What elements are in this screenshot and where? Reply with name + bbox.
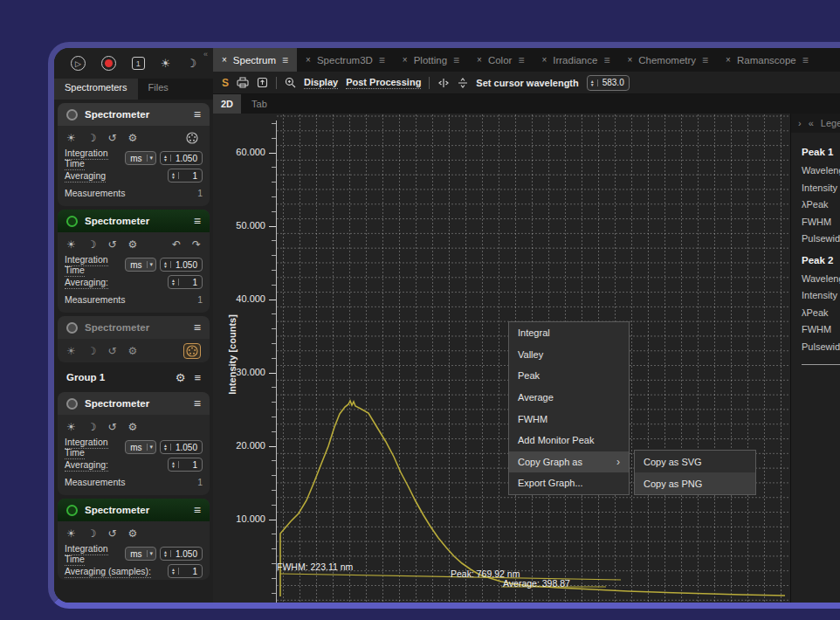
menu-item-peak[interactable]: Peak — [509, 365, 629, 387]
dark-icon[interactable]: ☽ — [87, 527, 97, 540]
chart-area[interactable]: 60.000 50.000 40.000 30.000 20.000 10.00… — [213, 114, 790, 603]
play-icon[interactable]: ▷ — [71, 56, 86, 71]
group-settings-icon[interactable]: ⚙ — [176, 371, 186, 384]
tab-2d[interactable]: 2D — [213, 94, 241, 114]
tab-plotting[interactable]: × Plotting ≡ — [394, 48, 468, 72]
settings-icon[interactable]: ⚙ — [128, 527, 138, 540]
tab-spectrometers[interactable]: Spectrometers — [54, 79, 138, 100]
panel-menu-icon[interactable]: ≡ — [194, 396, 201, 410]
reset-icon[interactable]: ↺ — [108, 238, 117, 251]
zoom-icon[interactable] — [285, 77, 296, 88]
unit-dropdown[interactable]: ms▾ — [125, 547, 156, 561]
menu-item-export-graph[interactable]: Export Graph... — [509, 472, 629, 494]
integration-time-stepper[interactable]: ▲▼1.050 — [160, 440, 203, 454]
tab-color[interactable]: × Color ≡ — [468, 48, 533, 72]
brightness-icon[interactable]: ☀ — [66, 238, 76, 251]
panel-header[interactable]: Spectrometer ≡ — [58, 103, 210, 126]
tab-menu-icon[interactable]: ≡ — [802, 54, 809, 66]
record-icon[interactable] — [101, 56, 116, 71]
brightness-icon[interactable]: ☀ — [66, 421, 76, 433]
tab-irradiance[interactable]: × Irradiance ≡ — [533, 48, 618, 72]
tab-spectrum[interactable]: × Spectrum ≡ — [213, 48, 297, 72]
close-icon[interactable]: × — [222, 55, 227, 65]
unit-dropdown[interactable]: ms▾ — [125, 258, 156, 272]
dark-mode-icon[interactable]: ☽ — [186, 58, 196, 69]
integration-time-stepper[interactable]: ▲▼1.050 — [160, 151, 203, 165]
split-vertical-icon[interactable] — [458, 77, 468, 89]
dark-icon[interactable]: ☽ — [87, 345, 97, 357]
close-icon[interactable]: × — [477, 55, 482, 65]
close-icon[interactable]: × — [726, 55, 731, 65]
panel-header[interactable]: Spectrometer ≡ — [58, 392, 210, 415]
tab-menu-icon[interactable]: ≡ — [518, 54, 524, 66]
snapshot-button[interactable]: S — [222, 77, 229, 89]
print-button[interactable] — [237, 77, 249, 88]
averaging-stepper[interactable]: ▲▼1 — [168, 275, 203, 289]
settings-icon[interactable]: ⚙ — [128, 132, 138, 144]
averaging-stepper[interactable]: ▲▼1 — [168, 169, 203, 183]
menu-item-copy-as-png[interactable]: Copy as PNG — [635, 472, 755, 494]
aperture-icon-active[interactable] — [183, 343, 201, 359]
panel-menu-icon[interactable]: ≡ — [194, 214, 201, 228]
panel-header[interactable]: Spectrometer ≡ — [58, 316, 210, 339]
tab-menu-icon[interactable]: ≡ — [453, 54, 459, 66]
brightness-icon[interactable]: ☀ — [66, 345, 76, 357]
aperture-icon[interactable] — [183, 130, 201, 146]
tab-menu-icon[interactable]: ≡ — [603, 54, 609, 66]
dark-icon[interactable]: ☽ — [87, 421, 97, 433]
averaging-stepper[interactable]: ▲▼1 — [168, 564, 203, 578]
export-button[interactable] — [257, 77, 268, 88]
collapse-icon[interactable]: « — [809, 118, 814, 128]
dark-icon[interactable]: ☽ — [87, 132, 97, 144]
tab-generic[interactable]: Tab — [241, 99, 278, 109]
panel-header[interactable]: Spectrometer ≡ — [58, 210, 210, 232]
reset-icon[interactable]: ↺ — [108, 421, 117, 433]
tab-menu-icon[interactable]: ≡ — [282, 54, 288, 66]
cursor-wavelength-stepper[interactable]: ▲▼ 583.0 — [587, 75, 630, 91]
single-measurement-icon[interactable]: 1 — [132, 57, 145, 70]
post-processing-button[interactable]: Post Processing — [346, 77, 421, 89]
tab-chemometry[interactable]: × Chemometry ≡ — [618, 48, 717, 72]
unit-dropdown[interactable]: ms▾ — [125, 151, 156, 165]
tab-menu-icon[interactable]: ≡ — [379, 54, 385, 66]
integration-time-stepper[interactable]: ▲▼1.050 — [160, 547, 203, 561]
unit-dropdown[interactable]: ms▾ — [125, 440, 156, 454]
menu-item-copy-graph-as[interactable]: Copy Graph as › — [509, 451, 629, 473]
display-button[interactable]: Display — [304, 77, 338, 89]
tab-spectrum3d[interactable]: × Spectrum3D ≡ — [297, 48, 394, 72]
group-row[interactable]: Group 1 ⚙ ≡ — [58, 366, 210, 389]
undo-icon[interactable]: ↶ — [172, 238, 181, 251]
reset-icon[interactable]: ↺ — [108, 132, 117, 144]
close-icon[interactable]: × — [306, 55, 311, 65]
reset-icon[interactable]: ↺ — [108, 345, 117, 357]
sidebar-collapse-icon[interactable]: « — [203, 50, 208, 59]
redo-icon[interactable]: ↷ — [192, 238, 201, 251]
panel-menu-icon[interactable]: ≡ — [194, 107, 201, 121]
tab-ramanscope[interactable]: × Ramanscope ≡ — [717, 48, 817, 72]
settings-icon[interactable]: ⚙ — [128, 345, 138, 357]
integration-time-stepper[interactable]: ▲▼1.050 — [160, 258, 203, 272]
reset-icon[interactable]: ↺ — [108, 527, 117, 540]
menu-item-valley[interactable]: Valley — [509, 344, 629, 366]
panel-header[interactable]: Spectrometer ≡ — [58, 499, 210, 521]
panel-menu-icon[interactable]: ≡ — [194, 320, 201, 334]
brightness-icon[interactable]: ☀ — [66, 527, 76, 540]
group-menu-icon[interactable]: ≡ — [194, 371, 201, 384]
tab-menu-icon[interactable]: ≡ — [702, 54, 708, 66]
close-icon[interactable]: × — [403, 55, 408, 65]
settings-icon[interactable]: ⚙ — [128, 421, 138, 433]
panel-menu-icon[interactable]: ≡ — [194, 503, 201, 517]
dark-icon[interactable]: ☽ — [87, 238, 97, 251]
brightness-icon[interactable]: ☀ — [66, 132, 76, 144]
close-icon[interactable]: × — [627, 55, 632, 65]
close-icon[interactable]: × — [541, 55, 547, 65]
menu-item-integral[interactable]: Integral — [509, 322, 629, 344]
menu-item-fwhm[interactable]: FWHM — [509, 408, 629, 430]
settings-icon[interactable]: ⚙ — [128, 238, 138, 251]
expand-icon[interactable]: › — [798, 118, 802, 128]
averaging-stepper[interactable]: ▲▼1 — [168, 458, 203, 472]
brightness-icon[interactable]: ☀ — [161, 58, 171, 69]
menu-item-add-monitor-peak[interactable]: Add Monitor Peak — [509, 430, 629, 451]
split-horizontal-icon[interactable] — [437, 78, 450, 88]
menu-item-copy-as-svg[interactable]: Copy as SVG — [635, 451, 755, 472]
